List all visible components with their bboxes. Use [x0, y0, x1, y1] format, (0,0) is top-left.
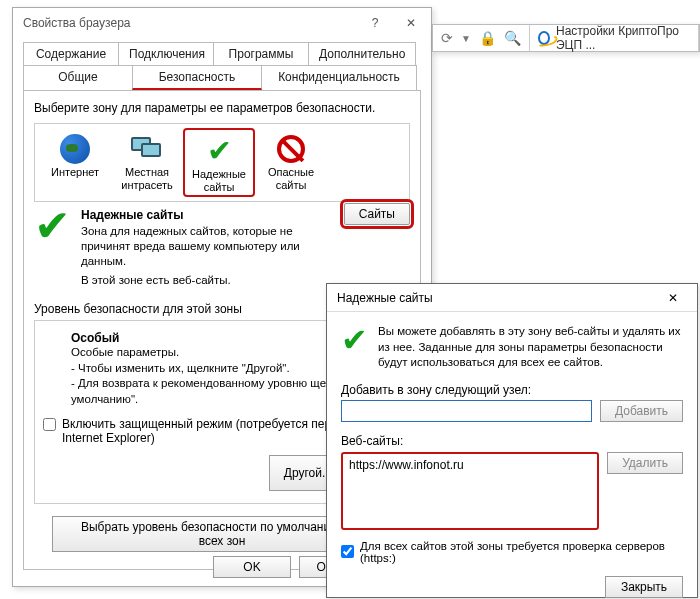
tab-security[interactable]: Безопасность — [132, 65, 262, 90]
zone-prompt: Выберите зону для параметры ее параметро… — [34, 101, 410, 115]
zone-trusted[interactable]: ✔ Надежные сайты — [183, 128, 255, 197]
forbidden-icon — [277, 135, 305, 163]
tab-general[interactable]: Общие — [23, 65, 133, 90]
list-label: Веб-сайты: — [341, 434, 683, 448]
add-button[interactable]: Добавить — [600, 400, 683, 422]
zone-label: Интернет — [41, 166, 109, 179]
https-checkbox[interactable] — [341, 545, 354, 558]
tabs-row-1: Содержание Подключения Программы Дополни… — [23, 42, 421, 65]
close-button[interactable]: Закрыть — [605, 576, 683, 598]
browser-nav: ⟳ ▼ 🔒 🔍 — [433, 25, 530, 51]
help-icon[interactable]: ? — [359, 12, 391, 34]
trusted-heading: Надежные сайты — [81, 208, 311, 222]
browser-tab-title: Настройки КриптоПро ЭЦП ... — [556, 24, 690, 52]
tab-advanced[interactable]: Дополнительно — [308, 42, 416, 65]
zones-list: Интернет Местная интрасеть ✔ Надежные са… — [34, 123, 410, 202]
check-icon: ✔ — [34, 204, 71, 248]
trusted-intro: Вы можете добавлять в эту зону веб-сайты… — [378, 324, 683, 371]
browser-tab[interactable]: Настройки КриптоПро ЭЦП ... — [530, 25, 699, 51]
ok-button[interactable]: OK — [213, 556, 291, 578]
ie-icon — [538, 31, 550, 45]
close-icon[interactable]: ✕ — [653, 286, 693, 310]
titlebar[interactable]: Свойства браузера ? ✕ — [13, 8, 431, 38]
trusted-desc2: В этой зоне есть веб-сайты. — [81, 273, 311, 288]
window-title: Надежные сайты — [337, 291, 433, 305]
zone-label: Опасные сайты — [257, 166, 325, 191]
close-icon[interactable]: ✕ — [395, 12, 427, 34]
trusted-desc: Зона для надежных сайтов, которые не при… — [81, 224, 311, 269]
search-icon[interactable]: 🔍 — [504, 30, 521, 46]
sites-button[interactable]: Сайты — [344, 203, 410, 225]
zone-label: Местная интрасеть — [113, 166, 181, 191]
browser-tabstrip: ⟳ ▼ 🔒 🔍 Настройки КриптоПро ЭЦП ... — [432, 24, 700, 52]
tab-programs[interactable]: Программы — [213, 42, 309, 65]
lock-icon: 🔒 — [479, 30, 496, 46]
zone-label: Надежные сайты — [187, 168, 251, 193]
add-site-input[interactable] — [341, 400, 592, 422]
sites-listbox[interactable]: https://www.infonot.ru — [341, 452, 599, 530]
tabs-row-2: Общие Безопасность Конфиденциальность — [23, 65, 421, 90]
window-title: Свойства браузера — [23, 16, 131, 30]
https-label: Для всех сайтов этой зоны требуется пров… — [360, 540, 683, 564]
tab-connections[interactable]: Подключения — [118, 42, 214, 65]
zone-intranet[interactable]: Местная интрасеть — [111, 128, 183, 197]
titlebar[interactable]: Надежные сайты ✕ — [327, 284, 697, 312]
tab-content[interactable]: Содержание — [23, 42, 119, 65]
zone-internet[interactable]: Интернет — [39, 128, 111, 197]
globe-icon — [60, 134, 90, 164]
check-icon: ✔ — [207, 136, 232, 166]
add-label: Добавить в зону следующий узел: — [341, 383, 683, 397]
refresh-icon[interactable]: ⟳ — [441, 30, 453, 46]
zone-restricted[interactable]: Опасные сайты — [255, 128, 327, 197]
tab-privacy[interactable]: Конфиденциальность — [261, 65, 417, 90]
protected-mode-checkbox[interactable] — [43, 418, 56, 431]
check-icon: ✔ — [341, 324, 368, 356]
remove-button[interactable]: Удалить — [607, 452, 683, 474]
list-item[interactable]: https://www.infonot.ru — [349, 458, 591, 472]
monitors-icon — [131, 135, 163, 163]
trusted-sites-window: Надежные сайты ✕ ✔ Вы можете добавлять в… — [326, 283, 698, 598]
